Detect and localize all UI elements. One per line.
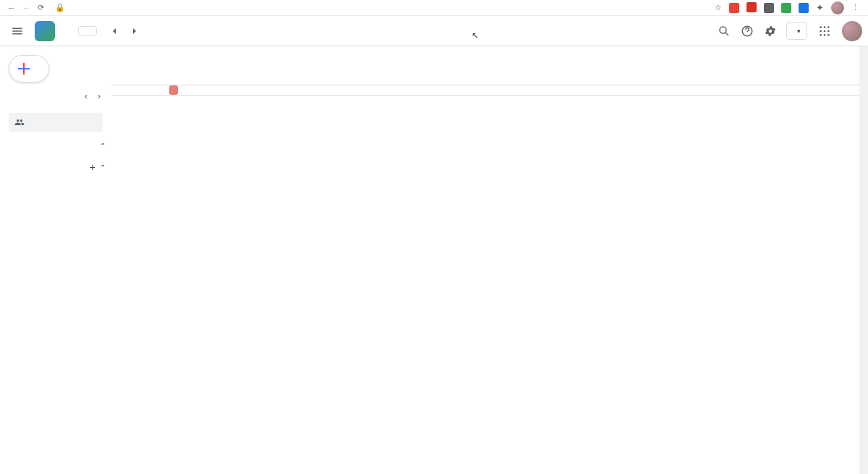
back-button[interactable]: ←: [4, 4, 19, 12]
svg-point-4: [827, 26, 830, 28]
account-avatar[interactable]: [842, 21, 862, 41]
calendar-grid: [111, 46, 859, 474]
today-button[interactable]: [78, 26, 97, 36]
ext-icon-blue[interactable]: [799, 3, 809, 13]
add-calendar-button[interactable]: +: [90, 161, 95, 173]
time-grid-scroll[interactable]: [111, 96, 859, 474]
allday-event[interactable]: [169, 85, 178, 95]
svg-point-3: [824, 26, 826, 28]
settings-button[interactable]: [759, 20, 782, 43]
gmail-ext-icon[interactable]: [729, 3, 739, 13]
chrome-menu-icon[interactable]: ⋮: [851, 3, 859, 12]
star-icon[interactable]: ☆: [715, 3, 722, 12]
ext-icon-grey[interactable]: [764, 3, 774, 13]
extensions-menu-icon[interactable]: ✦: [816, 2, 824, 13]
main-menu-button[interactable]: [6, 20, 29, 43]
scrollbar[interactable]: [859, 46, 868, 474]
svg-point-9: [824, 34, 826, 36]
ext-icon-green[interactable]: [781, 3, 791, 13]
profile-avatar[interactable]: [831, 1, 844, 14]
other-calendars-toggle[interactable]: + ⌃: [0, 156, 111, 176]
chevron-down-icon: ▾: [797, 27, 801, 35]
lock-icon: 🔒: [55, 3, 65, 12]
search-button[interactable]: [712, 20, 736, 43]
help-button[interactable]: [736, 20, 759, 43]
my-calendars-toggle[interactable]: ⌃: [0, 136, 111, 153]
svg-point-2: [820, 26, 822, 28]
svg-point-5: [820, 30, 822, 32]
next-period-button[interactable]: [124, 21, 145, 41]
day-header-row: [111, 46, 859, 85]
chevron-up-icon: ⌃: [100, 164, 106, 172]
plus-icon: [17, 62, 31, 76]
reload-button[interactable]: ⟳: [33, 3, 48, 12]
footer-links[interactable]: [0, 467, 12, 473]
svg-point-7: [827, 30, 830, 32]
mini-prev-button[interactable]: ‹: [80, 90, 93, 103]
other-calendars-list: [0, 176, 111, 179]
browser-chrome: ← → ⟳ 🔒 ☆ ✦ ⋮: [0, 0, 868, 16]
create-button[interactable]: [9, 55, 49, 82]
google-apps-button[interactable]: [813, 20, 836, 43]
svg-point-10: [827, 34, 830, 36]
calendar-logo: [35, 21, 55, 41]
svg-point-6: [824, 30, 826, 32]
prev-period-button[interactable]: [104, 21, 124, 41]
search-people-input[interactable]: [9, 113, 103, 132]
allday-row: [111, 85, 859, 96]
forward-button[interactable]: →: [19, 4, 33, 12]
timezone-label: [111, 46, 140, 85]
mini-next-button[interactable]: ›: [93, 90, 106, 103]
chevron-up-icon: ⌃: [100, 142, 106, 150]
view-switcher[interactable]: ▾: [786, 22, 807, 40]
sidebar: ‹ › ⌃ + ⌃: [0, 46, 111, 474]
music-ext-icon[interactable]: [746, 2, 757, 14]
svg-point-8: [820, 34, 822, 36]
mini-calendar: [0, 104, 111, 109]
svg-point-0: [720, 27, 726, 33]
timezone-label-2: [111, 85, 140, 95]
people-icon: [14, 117, 25, 127]
app-header: ▾: [0, 16, 868, 46]
